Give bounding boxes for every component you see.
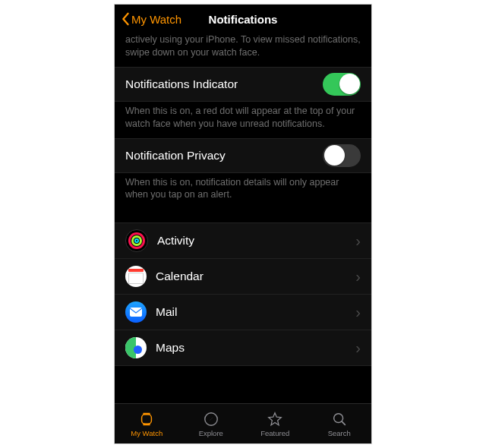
top-hint-text: actively using your iPhone. To view miss… [115, 33, 371, 67]
app-label: Maps [156, 341, 346, 355]
chevron-right-icon: › [355, 232, 361, 250]
setting-label: Notifications Indicator [125, 77, 238, 91]
svg-rect-0 [130, 308, 142, 317]
compass-icon [202, 411, 220, 427]
app-label: Activity [157, 234, 346, 248]
navbar: My Watch Notifications [115, 5, 371, 33]
tab-bar: My Watch Explore Featured Search [115, 403, 371, 443]
setting-hint: When this is on, a red dot will appear a… [115, 102, 371, 138]
tab-search[interactable]: Search [308, 404, 372, 443]
svg-point-4 [205, 412, 218, 425]
watch-icon [137, 411, 156, 427]
tab-label: Featured [260, 429, 289, 437]
app-row-maps[interactable]: Maps › [115, 330, 371, 366]
chevron-right-icon: › [355, 268, 361, 286]
maps-icon [125, 337, 147, 358]
chevron-right-icon: › [355, 304, 361, 321]
mail-icon [125, 301, 147, 323]
tab-explore[interactable]: Explore [179, 404, 244, 443]
chevron-right-icon: › [355, 339, 361, 357]
setting-notification-privacy: Notification Privacy [115, 138, 371, 173]
star-icon [266, 411, 284, 427]
toggle-notifications-indicator[interactable] [323, 73, 361, 96]
back-button[interactable]: My Watch [121, 12, 181, 26]
app-label: Mail [156, 305, 346, 319]
app-row-mail[interactable]: Mail › [115, 294, 371, 330]
search-icon [330, 411, 349, 427]
app-label: Calendar [156, 270, 346, 283]
app-row-activity[interactable]: Activity › [115, 222, 371, 258]
tab-featured[interactable]: Featured [243, 404, 308, 443]
setting-label: Notification Privacy [125, 149, 226, 162]
settings-scroll[interactable]: actively using your iPhone. To view miss… [115, 33, 371, 404]
svg-line-6 [342, 421, 345, 424]
app-notification-list: Activity › Calendar › Mail › Maps › [115, 222, 371, 366]
tab-label: Explore [199, 429, 223, 437]
setting-notifications-indicator: Notifications Indicator [115, 67, 371, 102]
toggle-notification-privacy[interactable] [323, 144, 361, 167]
tab-my-watch[interactable]: My Watch [115, 404, 179, 443]
calendar-icon [125, 266, 147, 287]
back-label: My Watch [131, 13, 181, 26]
svg-rect-3 [142, 414, 152, 424]
activity-icon [125, 229, 148, 252]
tab-label: My Watch [131, 429, 163, 437]
tab-label: Search [328, 429, 351, 437]
chevron-left-icon [121, 12, 130, 26]
setting-hint: When this is on, notification details wi… [115, 173, 371, 210]
watch-app-screen: My Watch Notifications actively using yo… [114, 4, 372, 444]
app-row-calendar[interactable]: Calendar › [115, 258, 371, 294]
